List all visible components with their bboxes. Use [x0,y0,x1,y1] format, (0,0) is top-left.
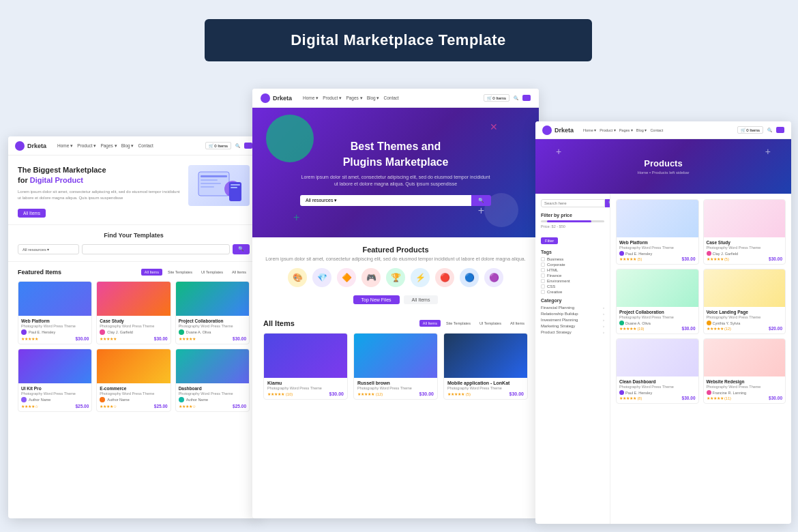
center-products-grid: Kiamu Photography Word Press Theme ★★★★★… [263,333,528,400]
right-search-input[interactable] [541,199,605,207]
cat-arrow-investment: › [603,318,604,322]
icon-circle-5: 🏆 [386,268,405,287]
right-name-3: Project Collaboration [619,310,696,314]
right-prod-2[interactable]: Case Study Photography Word Press Theme … [703,199,786,265]
center-all-header: All Items All Items Site Templates UI Te… [263,319,528,327]
tag-cb-finance[interactable] [541,274,545,278]
right-stars-6: ★★★★★ (11) [707,396,731,400]
center-tab-all-items[interactable]: All Items [404,295,439,304]
tab-ui-templates[interactable]: UI Templates [198,269,226,276]
stars-6: ★★★★☆ [179,404,196,409]
right-info-5: Clean Dashboard Photography Word Press T… [617,376,698,403]
product-card-6[interactable]: Dashboard Photography Word Press Theme A… [175,349,250,412]
right-search-button[interactable]: 🔍 [605,199,610,207]
right-prod-3[interactable]: Project Collaboration Photography Word P… [616,269,699,334]
right-prod-6[interactable]: Website Redesign Photography Word Press … [703,338,786,404]
author-row-3: Duane A. Oliva [179,329,246,335]
center-all-tab-2[interactable]: Site Templates [443,320,474,327]
tab-all-items[interactable]: All Items [141,269,162,276]
product-name-6: Dashboard [179,386,246,391]
icon-circle-1: 🎨 [288,268,307,287]
price-range-slider[interactable] [541,220,604,222]
product-thumb-5 [97,349,170,383]
right-prod-4[interactable]: Voice Landing Page Photography Word Pres… [703,269,786,334]
right-thumb-2 [704,200,786,237]
featured-title: Featured Items [18,269,61,276]
right-cart-button[interactable]: 🛒 0 Items [737,126,763,134]
product-card-1[interactable]: Web Platform Photography Word Press Them… [18,281,92,344]
cart-button[interactable]: 🛒 0 Items [205,142,231,149]
tab-site-templates[interactable]: Site Templates [164,269,196,276]
center-all-tab-3[interactable]: UI Templates [476,320,505,327]
right-prod-5[interactable]: Clean Dashboard Photography Word Press T… [616,338,699,404]
cat-financial[interactable]: Financial Planning › [541,306,604,310]
right-cat-2: Photography Word Press Theme [707,246,783,250]
product-meta-2: ★★★★★ $30.00 [100,336,167,341]
center-all-tabs: All Items Site Templates UI Templates Al… [419,320,528,327]
cat-investment[interactable]: Investment Planning › [541,318,604,322]
right-price-4: $20.00 [769,326,782,331]
product-cat-3: Photography Word Press Theme [179,324,246,328]
search-button[interactable]: 🔍 [233,244,250,254]
product-card-5[interactable]: E-commerce Photography Word Press Theme … [96,349,171,412]
tag-cb-environment[interactable] [541,279,545,283]
center-info-3: Mobile application - LonKat Photography … [444,378,527,399]
right-search-icon[interactable]: 🔍 [767,128,772,132]
tag-cb-business[interactable] [541,257,545,261]
product-info-6: Dashboard Photography Word Press Theme A… [176,383,249,411]
center-all-tab-4[interactable]: All Items [507,320,528,327]
product-card-4[interactable]: UI Kit Pro Photography Word Press Theme … [18,349,92,412]
center-search-button[interactable]: 🔍 [471,195,491,206]
right-prod-1[interactable]: Web Platform Photography Word Press Them… [616,199,699,265]
tags-title: Tags [541,250,604,254]
search-input[interactable] [82,244,230,254]
menu-button[interactable] [244,143,252,149]
center-resource-select[interactable]: All resources ▾ [300,195,361,206]
tag-cb-creative[interactable] [541,290,545,294]
product-info-4: UI Kit Pro Photography Word Press Theme … [18,383,91,411]
stars-2: ★★★★★ [100,336,117,341]
center-search-icon[interactable]: 🔍 [514,95,518,100]
resource-select[interactable]: All resources ▾ [18,244,79,254]
right-price-6: $30.00 [769,396,782,400]
product-card-3[interactable]: Project Collaboration Photography Word P… [175,281,250,344]
center-product-3[interactable]: Mobile application - LonKat Photography … [443,333,528,400]
center-featured-desc: Lorem ipsum dolor sit amet, consectetur … [263,256,528,261]
tag-cb-html[interactable] [541,268,545,272]
center-search-input[interactable] [361,195,471,206]
author-avatar-3 [179,329,184,335]
center-tab-top-new[interactable]: Top New Files [353,295,400,304]
tab-all-items-2[interactable]: All Items [228,269,250,276]
product-thumb-3 [176,282,249,316]
author-row-1: Paul E. Hensley [21,329,89,335]
category-title: Category [541,298,604,303]
cat-marketing[interactable]: Marketing Strategy › [541,324,604,328]
author-avatar-4 [21,397,27,402]
center-cart-button[interactable]: 🛒 0 Items [484,94,509,102]
right-name-4: Voice Landing Page [707,310,783,314]
right-author-name-4: Cynthia Y. Sylvia [713,321,741,325]
tag-environment: Environment [541,279,604,283]
icon-circle-2: 💎 [312,268,331,287]
right-deco-plus-1: + [556,146,561,157]
product-cat-1: Photography Word Press Theme [21,324,89,328]
center-product-1[interactable]: Kiamu Photography Word Press Theme ★★★★★… [263,333,348,400]
center-menu-button[interactable] [522,95,531,101]
right-author-name-5: Paul E. Hensley [625,391,652,395]
right-content: 🔍 Filter by price Price: $2 - $50 Filter… [535,194,791,524]
tag-cb-corporate[interactable] [541,263,545,267]
hero-cta-button[interactable]: All Items [18,209,46,218]
right-author-av-4 [707,321,711,325]
center-all-tab-1[interactable]: All Items [419,320,441,327]
center-product-2[interactable]: Russell brown Photography Word Press The… [353,333,438,400]
product-thumb-4 [18,349,91,383]
filter-button[interactable]: Filter [541,237,558,244]
cat-relationship[interactable]: Relationship Buildup › [541,312,604,316]
cat-product[interactable]: Product Strategy › [541,330,604,334]
product-card-2[interactable]: Case Study Photography Word Press Theme … [96,281,171,344]
svg-rect-4 [201,186,214,188]
tag-css: CSS [541,284,604,289]
search-icon[interactable]: 🔍 [235,143,240,148]
right-menu-button[interactable] [776,127,784,133]
tag-cb-css[interactable] [541,284,545,289]
